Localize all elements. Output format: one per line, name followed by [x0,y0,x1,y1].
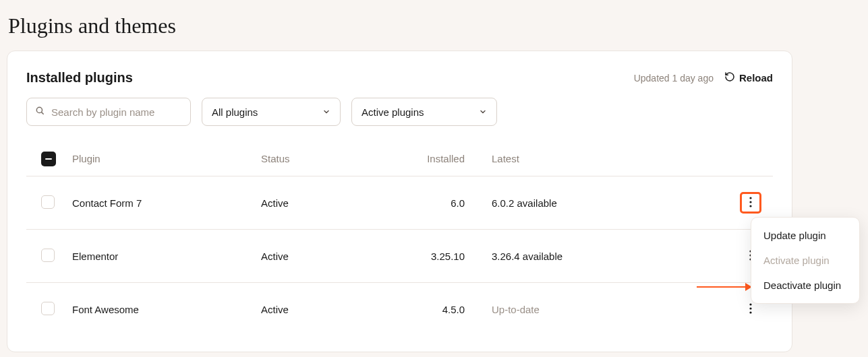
plugin-latest-version: 6.0.2 available [471,176,647,230]
row-actions-dropdown: Update pluginActivate pluginDeactivate p… [751,217,860,304]
plugins-table: Plugin Status Installed Latest Contact F… [26,141,773,335]
reload-icon [724,71,735,84]
table-row: ElementorActive3.25.103.26.4 available [26,230,773,283]
scope-select-value: All plugins [212,106,258,118]
plugin-latest-version: Up-to-date [471,283,647,336]
select-all-checkbox[interactable] [41,152,56,166]
svg-point-9 [749,307,751,309]
card-header-right: Updated 1 day ago Reload [634,71,773,84]
column-header-plugin[interactable]: Plugin [67,141,256,176]
more-vertical-icon [749,303,752,316]
search-icon [35,106,45,118]
dropdown-item[interactable]: Update plugin [751,223,859,248]
column-header-installed[interactable]: Installed [417,141,471,176]
column-header-latest[interactable]: Latest [471,141,647,176]
row-actions-button[interactable] [742,194,759,212]
card-header: Installed plugins Updated 1 day ago Relo… [26,70,773,86]
plugin-name: Contact Form 7 [67,176,256,230]
dropdown-item: Activate plugin [751,248,859,273]
more-vertical-icon [749,197,752,209]
plugin-name: Elementor [67,230,256,283]
state-select[interactable]: Active plugins [351,98,497,126]
column-header-status[interactable]: Status [256,141,417,176]
table-row: Contact Form 7Active6.06.0.2 available [26,176,773,230]
plugin-installed-version: 3.25.10 [417,230,471,283]
state-select-value: Active plugins [361,106,424,118]
reload-button[interactable]: Reload [724,71,773,84]
installed-plugins-card: Installed plugins Updated 1 day ago Relo… [7,51,792,352]
chevron-down-icon [322,106,330,118]
plugin-status: Active [256,176,417,230]
page-title: Plugins and themes [7,7,861,51]
svg-point-2 [749,197,751,199]
card-title: Installed plugins [26,70,133,86]
plugin-latest-version: 3.26.4 available [471,230,647,283]
plugin-installed-version: 6.0 [417,176,471,230]
plugin-status: Active [256,230,417,283]
minus-icon [45,158,52,160]
search-input-wrap[interactable] [26,98,191,126]
search-input[interactable] [51,106,182,118]
filters-row: All plugins Active plugins [26,98,773,126]
chevron-down-icon [479,106,487,118]
svg-point-4 [749,205,751,207]
plugin-name: Font Awesome [67,283,256,336]
updated-timestamp: Updated 1 day ago [634,73,714,84]
svg-point-8 [749,303,751,305]
scope-select[interactable]: All plugins [202,98,341,126]
dropdown-item[interactable]: Deactivate plugin [751,273,859,298]
row-checkbox[interactable] [41,195,55,209]
svg-point-3 [749,201,751,203]
svg-point-10 [749,311,751,313]
reload-button-label: Reload [739,72,773,84]
row-checkbox[interactable] [41,302,55,315]
table-row: Font AwesomeActive4.5.0Up-to-date [26,283,773,336]
plugin-status: Active [256,283,417,336]
row-checkbox[interactable] [41,249,55,262]
svg-line-1 [42,112,44,115]
plugin-installed-version: 4.5.0 [417,283,471,336]
